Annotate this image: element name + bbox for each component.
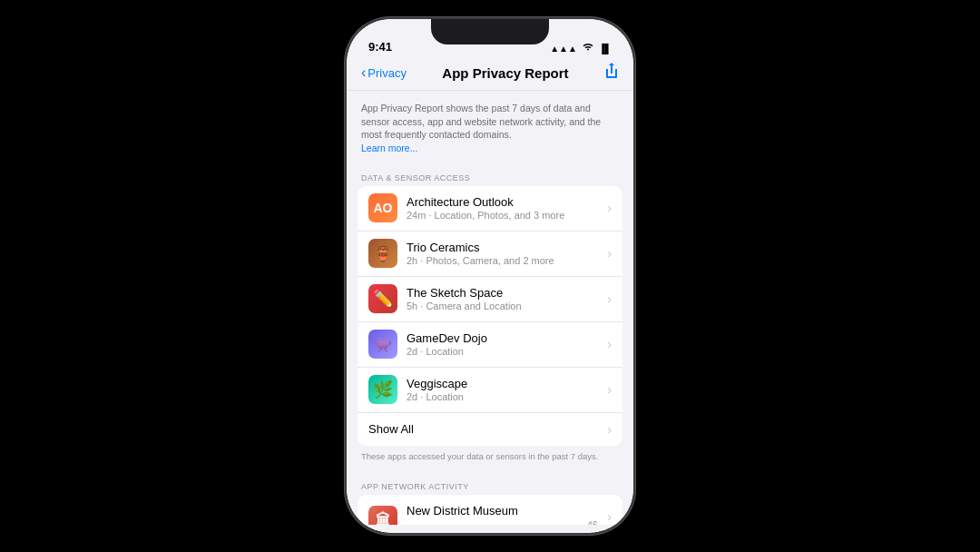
data-access-list: AO Architecture Outlook 24m · Location, … xyxy=(358,186,622,446)
app-info-trio: Trio Ceramics 2h · Photos, Camera, and 2… xyxy=(407,241,602,266)
data-access-footer: These apps accessed your data or sensors… xyxy=(347,446,633,471)
network-activity-header: APP NETWORK ACTIVITY xyxy=(347,471,633,495)
data-sensor-header: DATA & SENSOR ACCESS xyxy=(347,163,633,186)
list-item[interactable]: 🏺 Trio Ceramics 2h · Photos, Camera, and… xyxy=(358,232,622,277)
app-icon-ao: AO xyxy=(368,193,397,222)
chevron-icon: › xyxy=(607,201,612,215)
app-name: Trio Ceramics xyxy=(407,241,602,254)
network-activity-list: 🏛 New District Museum 46 › xyxy=(358,495,622,525)
list-item[interactable]: 🌿 Veggiscape 2d · Location › xyxy=(358,368,622,413)
app-name: Architecture Outlook xyxy=(407,195,602,209)
app-icon-sketch: ✏️ xyxy=(368,284,397,313)
app-icon-museum: 🏛 xyxy=(368,506,397,525)
app-sub: 24m · Location, Photos, and 3 more xyxy=(407,210,602,221)
list-item[interactable]: ✏️ The Sketch Space 5h · Camera and Loca… xyxy=(358,277,622,322)
app-info-sketch: The Sketch Space 5h · Camera and Locatio… xyxy=(407,286,602,311)
share-button[interactable] xyxy=(604,63,619,83)
content-scroll[interactable]: App Privacy Report shows the past 7 days… xyxy=(347,91,633,525)
app-icon-trio: 🏺 xyxy=(368,239,397,268)
status-icons: ▲▲▲ ▐▌ xyxy=(550,43,612,54)
app-sub: 5h · Camera and Location xyxy=(407,301,602,311)
app-info-museum: New District Museum 46 xyxy=(407,504,602,525)
app-info-gamedev: GameDev Dojo 2d · Location xyxy=(407,331,602,357)
nav-title: App Privacy Report xyxy=(442,65,568,81)
chevron-icon: › xyxy=(607,291,612,306)
phone-frame: 9:41 ▲▲▲ ▐▌ ‹ Privacy App Privacy Report xyxy=(345,17,635,535)
wifi-icon xyxy=(582,43,594,54)
description-block: App Privacy Report shows the past 7 days… xyxy=(347,91,633,163)
app-sub: 2d · Location xyxy=(407,391,602,402)
chevron-icon: › xyxy=(607,337,612,351)
learn-more-link[interactable]: Learn more... xyxy=(361,143,417,153)
description-text: App Privacy Report shows the past 7 days… xyxy=(361,103,601,140)
battery-icon: ▐▌ xyxy=(599,44,612,54)
bar-value: 46 xyxy=(587,520,602,525)
back-chevron-icon: ‹ xyxy=(361,64,366,81)
signal-icon: ▲▲▲ xyxy=(550,44,577,54)
nav-bar: ‹ Privacy App Privacy Report xyxy=(347,59,633,91)
back-label: Privacy xyxy=(368,66,407,80)
app-name: New District Museum xyxy=(407,504,602,518)
show-all-row[interactable]: Show All › xyxy=(358,413,622,446)
screen: 9:41 ▲▲▲ ▐▌ ‹ Privacy App Privacy Report xyxy=(347,19,633,533)
app-name: Veggiscape xyxy=(407,377,602,390)
app-sub: 2d · Location xyxy=(407,346,602,357)
notch xyxy=(431,19,549,44)
app-name: The Sketch Space xyxy=(407,286,602,300)
list-item[interactable]: 🏛 New District Museum 46 › xyxy=(358,495,622,525)
chevron-icon: › xyxy=(607,509,612,524)
chevron-icon: › xyxy=(607,422,612,437)
chevron-icon: › xyxy=(607,382,612,397)
app-name: GameDev Dojo xyxy=(407,331,602,345)
list-item[interactable]: 👾 GameDev Dojo 2d · Location › xyxy=(358,322,622,368)
app-info-ao: Architecture Outlook 24m · Location, Pho… xyxy=(407,195,602,221)
app-info-veggi: Veggiscape 2d · Location xyxy=(407,377,602,402)
show-all-label: Show All xyxy=(368,422,414,436)
back-button[interactable]: ‹ Privacy xyxy=(361,64,407,81)
status-time: 9:41 xyxy=(368,40,392,54)
list-item[interactable]: AO Architecture Outlook 24m · Location, … xyxy=(358,186,622,232)
bar-row: 46 xyxy=(407,520,602,525)
app-sub: 2h · Photos, Camera, and 2 more xyxy=(407,255,602,266)
app-icon-veggi: 🌿 xyxy=(368,375,397,404)
app-icon-gamedev: 👾 xyxy=(368,330,397,359)
chevron-icon: › xyxy=(607,246,612,261)
